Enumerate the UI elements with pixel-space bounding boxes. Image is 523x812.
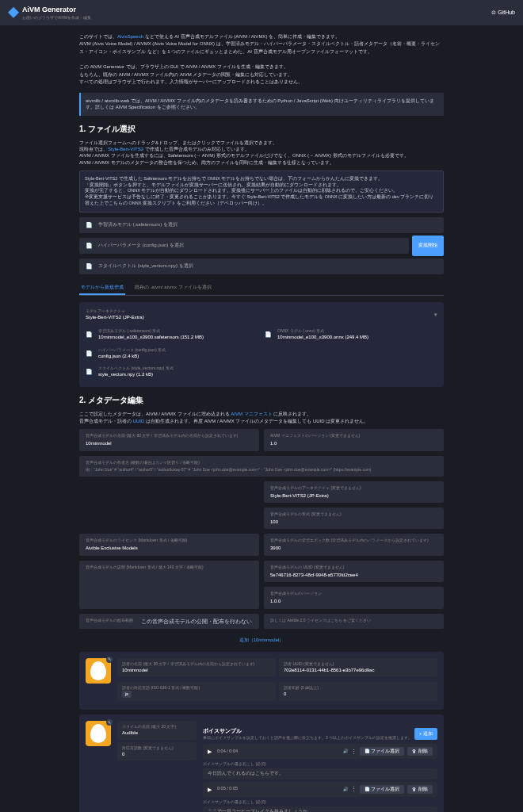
intro-text: このサイトでは、AivisSpeech などで使える AI 音声合成モデルファイ… bbox=[79, 33, 444, 86]
field-uuid: 音声合成モデルの UUID (変更できません)5e746716-8273-48c… bbox=[264, 561, 444, 582]
style-name[interactable]: スタイルの名前 (最大 20 文字)Audible bbox=[117, 721, 197, 739]
add-speaker-link[interactable]: 追加（10minmodel） bbox=[79, 634, 444, 646]
speaker-uuid: 話者 UUID (変更できません)702e8114-0131-44b1-8561… bbox=[279, 658, 437, 676]
note-box: Style-Bert-VITS2 で生成した Safetensors モデルをお… bbox=[79, 170, 444, 212]
tab-new[interactable]: モデルから新規作成 bbox=[79, 281, 125, 295]
logo-icon bbox=[8, 7, 19, 18]
file-list: モデルアーキテクチャ Style-Bert-VITS2 (JP-Extra) ▾… bbox=[79, 302, 444, 388]
transcript[interactable]: 今日読んでくれるのはこちらです。 bbox=[203, 768, 437, 779]
field-desc-link: 詳しくは Aivible 2.0 ライセンスはこちら をご覧ください bbox=[264, 614, 444, 630]
style-count: 対応言語数 (変更できません)0 bbox=[117, 742, 197, 760]
file-icon: 📄 bbox=[265, 331, 273, 339]
file-icon: 📄 bbox=[86, 368, 94, 376]
aivisspeech-link[interactable]: AivisSpeech bbox=[117, 34, 143, 39]
file-select-model[interactable]: 📄 学習済みモデル (.safetensors) を選択 bbox=[79, 217, 444, 233]
chevron-down-icon[interactable]: ▾ bbox=[434, 311, 437, 319]
add-sample-button[interactable]: + 追加 bbox=[414, 728, 437, 740]
play-icon[interactable]: ▶ bbox=[208, 748, 214, 754]
tab-existing[interactable]: 既存の .aivm/.aivmx ファイルを選択 bbox=[133, 281, 213, 295]
header: AiVM Generator お使いのブラウザでAIVMを作成・編集 ⊙ Git… bbox=[0, 0, 523, 25]
section-2-title: 2. メタデータ編集 bbox=[79, 395, 444, 406]
field-mver[interactable]: 音声合成モデルのバージョン1.0.0 bbox=[264, 587, 444, 608]
edit-icon[interactable]: ✎ bbox=[106, 657, 113, 663]
delete-button[interactable]: 🗑 削除 bbox=[407, 785, 433, 794]
file-icon: 📄 bbox=[86, 262, 94, 270]
edit-icon[interactable]: ✎ bbox=[106, 719, 113, 726]
s1-desc: ファイル選択フォームへのドラッグ&ドロップ、またはクリックでファイルを選択できま… bbox=[79, 140, 444, 167]
audio-player[interactable]: ▶0:04 / 0:04🔊⋮📄 ファイル選択🗑 削除 bbox=[203, 744, 437, 759]
field-creator[interactable]: 音声合成モデルの作者名 (複数の場合はカンマ区切り / 省略可能)例："John… bbox=[79, 456, 444, 477]
volume-icon[interactable]: 🔊 bbox=[343, 749, 348, 754]
spec-link[interactable]: AIVM Specification bbox=[116, 105, 155, 109]
voice-card-2: ✎ スタイルの名前 (最大 20 文字)Audible 対応言語数 (変更できま… bbox=[79, 714, 444, 812]
speaker-lang[interactable]: 話者の対応言語 (ISO 639-1 形式 / 複数可能)ja bbox=[117, 682, 276, 701]
file-icon: 📄 bbox=[86, 350, 94, 358]
play-icon[interactable]: ▶ bbox=[208, 786, 214, 792]
field-distribution[interactable]: 音声合成モデルの配布範囲この音声合成モデルの公開・配布を行わない bbox=[79, 614, 259, 630]
delete-button[interactable]: 🗑 削除 bbox=[407, 747, 433, 756]
app-subtitle: お使いのブラウザでAIVMを作成・編集 bbox=[22, 15, 91, 21]
info-box: aivmlib / aivmlib-web では、AIVM / AIVMX ファ… bbox=[79, 93, 444, 116]
menu-icon[interactable]: ⋮ bbox=[351, 785, 357, 793]
logo: AiVM Generator お使いのブラウザでAIVMを作成・編集 bbox=[8, 5, 91, 21]
section-1-title: 1. ファイル選択 bbox=[79, 124, 444, 135]
avatar[interactable]: ✎ bbox=[86, 721, 111, 746]
field-license[interactable]: 音声合成モデルのライセンス (Markdown 形式 / 省略可能)Aivibl… bbox=[79, 534, 259, 555]
app-title: AiVM Generator bbox=[22, 5, 91, 15]
file-icon: 📄 bbox=[86, 242, 94, 250]
avatar[interactable]: ✎ bbox=[86, 658, 111, 684]
field-name[interactable]: 音声合成モデルの名前 (最大 80 文字 / 学習済みモデル内の名前から設定され… bbox=[79, 429, 259, 450]
field-arch: 音声合成モデルのアーキテクチャ (変更できません)Style-Bert-VITS… bbox=[264, 481, 444, 503]
field-fmt: 音声合成モデルの形式 (変更できません)100 bbox=[264, 508, 444, 529]
speaker-name[interactable]: 話者の名前 (最大 30 文字 / 学習済みモデル内の名前から設定されています)… bbox=[117, 658, 276, 676]
file-icon: 📄 bbox=[86, 221, 94, 229]
speaker-age[interactable]: 話者年齢 (0 歳以上)0 bbox=[279, 682, 437, 701]
transcript[interactable]: ここで一旦コーヒーブレイクを挟みましょうか bbox=[203, 806, 437, 812]
file-select-button[interactable]: 📄 ファイル選択 bbox=[360, 785, 405, 794]
github-link[interactable]: ⊙ GitHub bbox=[491, 9, 515, 17]
file-select-style[interactable]: 📄 スタイルベクトル (style_vectors.npy) を選択 bbox=[79, 259, 444, 274]
metadata-grid: 音声合成モデルの名前 (最大 80 文字 / 学習済みモデル内の名前から設定され… bbox=[79, 429, 444, 629]
file-select-config[interactable]: 📄 ハイパーパラメータ (config.json) を選択 bbox=[79, 238, 409, 254]
voice-card-1: ✎ 話者の名前 (最大 30 文字 / 学習済みモデル内の名前から設定されていま… bbox=[79, 652, 444, 710]
s2-desc: ここで設定したメタデータは、AIVM / AIVMX ファイルに埋め込まれる A… bbox=[79, 411, 444, 424]
audio-player[interactable]: ▶0:05 / 0:05🔊⋮📄 ファイル選択🗑 削除 bbox=[203, 782, 437, 797]
convert-button[interactable]: 変換開始 bbox=[412, 236, 444, 256]
volume-icon[interactable]: 🔊 bbox=[343, 787, 348, 792]
file-icon: 📄 bbox=[86, 331, 94, 339]
field-version: AIVM マニフェストのバージョン (変更できません)1.0 bbox=[264, 429, 444, 450]
tabs: モデルから新規作成 既存の .aivm/.aivmx ファイルを選択 bbox=[79, 281, 444, 296]
field-epoch: 音声合成モデルの学習エポック数 (学習済みモデル内のパラメータから設定されていま… bbox=[264, 534, 444, 555]
field-desc[interactable]: 音声合成モデルの説明 (Markdown 形式 / 最大 140 文字 / 省略… bbox=[79, 561, 259, 609]
file-select-button[interactable]: 📄 ファイル選択 bbox=[360, 747, 405, 756]
menu-icon[interactable]: ⋮ bbox=[351, 748, 357, 756]
sample-title: ボイスサンプル bbox=[203, 727, 412, 735]
